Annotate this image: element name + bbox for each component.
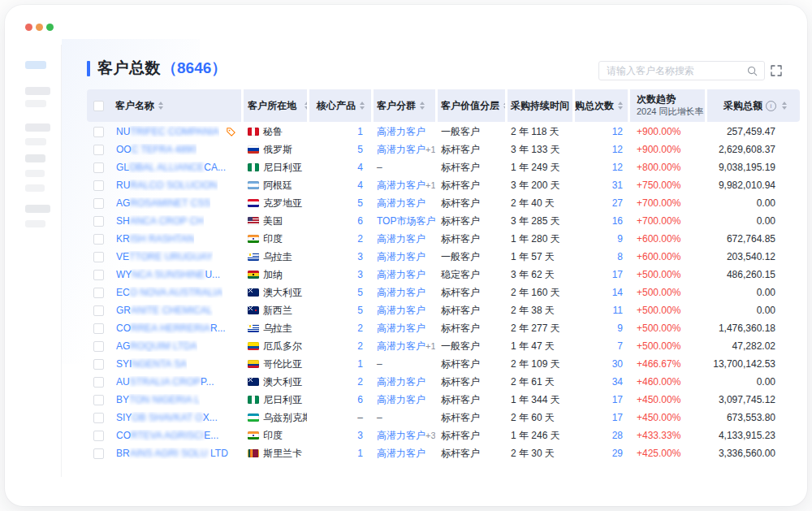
- segment-link[interactable]: 高潜力客户: [377, 429, 425, 443]
- customer-name-link[interactable]: VETTORE URUGUAY: [116, 251, 213, 262]
- customer-name-link[interactable]: RURALCO SOLUCION: [116, 180, 218, 191]
- search-input[interactable]: [599, 65, 747, 76]
- purchase-count-link[interactable]: 11: [613, 305, 623, 316]
- search-icon[interactable]: [747, 66, 758, 76]
- purchase-count-link[interactable]: 17: [612, 269, 623, 280]
- info-icon[interactable]: [766, 101, 776, 111]
- select-all-checkbox[interactable]: [93, 101, 104, 111]
- customer-name-link[interactable]: SIYOB SHAVKAT OX...: [116, 412, 218, 423]
- segment-link[interactable]: 高潜力客户: [377, 143, 425, 157]
- purchase-count-link[interactable]: 9: [617, 233, 623, 245]
- customer-name-link[interactable]: CORTEVA AGRISCIE...: [116, 430, 218, 441]
- row-checkbox[interactable]: [93, 377, 104, 388]
- segment-link[interactable]: 高潜力客户: [377, 179, 425, 193]
- segment-link[interactable]: 高潜力客户: [377, 250, 425, 264]
- purchase-count-link[interactable]: 12: [612, 162, 623, 173]
- row-checkbox[interactable]: [93, 431, 104, 441]
- core-products-count[interactable]: 1: [357, 448, 363, 459]
- row-checkbox[interactable]: [93, 448, 104, 459]
- core-products-count[interactable]: 2: [357, 376, 363, 388]
- sort-icon[interactable]: [618, 102, 623, 110]
- core-products-count[interactable]: 3: [357, 251, 363, 262]
- row-checkbox[interactable]: [93, 234, 104, 245]
- purchase-count-link[interactable]: 17: [612, 394, 623, 405]
- segment-link[interactable]: 高潜力客户: [377, 447, 425, 461]
- core-products-count[interactable]: 6: [357, 215, 363, 227]
- row-checkbox[interactable]: [93, 413, 104, 423]
- segment-link[interactable]: 高潜力客户: [377, 232, 425, 246]
- row-checkbox[interactable]: [93, 323, 104, 334]
- core-products-count[interactable]: 2: [357, 323, 363, 334]
- customer-name-link[interactable]: AGROSAMINET CSS: [116, 197, 210, 209]
- row-checkbox[interactable]: [93, 162, 104, 173]
- core-products-count[interactable]: 3: [357, 269, 363, 280]
- customer-name-link[interactable]: GRANITE CHEMICAL: [116, 305, 213, 316]
- customer-name-link[interactable]: AUSTRALIA CROPP...: [116, 376, 214, 388]
- row-checkbox[interactable]: [93, 305, 104, 316]
- core-products-count[interactable]: 6: [357, 394, 363, 405]
- sort-icon[interactable]: [420, 102, 425, 110]
- segment-link[interactable]: TOP市场客户: [377, 214, 435, 228]
- row-checkbox[interactable]: [93, 127, 104, 137]
- core-products-count[interactable]: 1: [357, 358, 363, 370]
- segment-link[interactable]: 高潜力客户: [377, 304, 425, 318]
- segment-link[interactable]: 高潜力客户: [377, 125, 425, 139]
- core-products-count[interactable]: 4: [357, 180, 363, 191]
- customer-name-link[interactable]: WYNCA SUNSHINEU...: [116, 269, 220, 280]
- purchase-count-link[interactable]: 34: [612, 376, 623, 388]
- customer-name-link[interactable]: ECO NOVA AUSTRALIA: [116, 287, 222, 298]
- zoom-window-button[interactable]: [46, 24, 54, 31]
- sort-icon[interactable]: [360, 102, 365, 110]
- row-checkbox[interactable]: [93, 341, 104, 352]
- core-products-count[interactable]: 5: [357, 197, 363, 209]
- segment-link[interactable]: 高潜力客户: [377, 322, 425, 336]
- purchase-count-link[interactable]: 30: [612, 358, 623, 370]
- purchase-count-link[interactable]: 28: [612, 430, 623, 441]
- purchase-count-link[interactable]: 27: [612, 197, 623, 209]
- customer-name-link[interactable]: NUTRIFEC COMPANIA: [116, 126, 219, 137]
- purchase-count-link[interactable]: 31: [612, 180, 623, 191]
- segment-link[interactable]: 高潜力客户: [377, 393, 425, 407]
- customer-name-link[interactable]: GLOBAL ALLIANCECA...: [116, 162, 226, 173]
- sort-icon[interactable]: [782, 102, 787, 110]
- row-checkbox[interactable]: [93, 270, 104, 280]
- purchase-count-link[interactable]: 14: [612, 287, 623, 298]
- row-checkbox[interactable]: [93, 145, 104, 155]
- purchase-count-link[interactable]: 7: [617, 340, 623, 352]
- row-checkbox[interactable]: [93, 288, 104, 298]
- purchase-count-link[interactable]: 16: [612, 215, 623, 227]
- core-products-count[interactable]: 2: [357, 340, 363, 352]
- row-checkbox[interactable]: [93, 180, 104, 191]
- sort-icon[interactable]: [158, 102, 163, 110]
- customer-name-link[interactable]: AGROQUIM LTDA: [116, 340, 197, 352]
- purchase-count-link[interactable]: 17: [612, 412, 623, 423]
- customer-name-link[interactable]: OOC TEFRA 4890: [116, 144, 197, 155]
- customer-name-link[interactable]: BYTON NIGERIA L: [116, 394, 200, 405]
- purchase-count-link[interactable]: 12: [612, 126, 623, 137]
- row-checkbox[interactable]: [93, 198, 104, 209]
- segment-link[interactable]: 高潜力客户: [377, 197, 425, 210]
- core-products-count[interactable]: 1: [357, 126, 363, 137]
- purchase-count-link[interactable]: 8: [617, 251, 623, 262]
- fullscreen-expand-icon[interactable]: [770, 64, 783, 77]
- row-checkbox[interactable]: [93, 252, 104, 262]
- close-window-button[interactable]: [25, 24, 32, 31]
- sort-icon[interactable]: [304, 102, 307, 110]
- customer-name-link[interactable]: BRAINS AGRI SOLU LTD: [116, 448, 228, 459]
- row-checkbox[interactable]: [93, 395, 104, 405]
- purchase-count-link[interactable]: 9: [617, 323, 623, 334]
- core-products-count[interactable]: 4: [357, 162, 363, 173]
- row-checkbox[interactable]: [93, 359, 104, 370]
- minimize-window-button[interactable]: [36, 24, 43, 31]
- customer-name-link[interactable]: SHANCA CROP CH: [116, 215, 204, 227]
- segment-link[interactable]: 高潜力客户: [377, 375, 425, 389]
- core-products-count[interactable]: 5: [357, 305, 363, 316]
- segment-link[interactable]: 高潜力客户: [377, 268, 425, 282]
- row-checkbox[interactable]: [93, 216, 104, 227]
- purchase-count-link[interactable]: 12: [612, 144, 623, 155]
- segment-link[interactable]: 高潜力客户: [377, 340, 425, 353]
- core-products-count[interactable]: 2: [357, 233, 363, 245]
- core-products-count[interactable]: 5: [357, 287, 363, 298]
- segment-link[interactable]: 高潜力客户: [377, 286, 425, 300]
- core-products-count[interactable]: 5: [357, 144, 363, 155]
